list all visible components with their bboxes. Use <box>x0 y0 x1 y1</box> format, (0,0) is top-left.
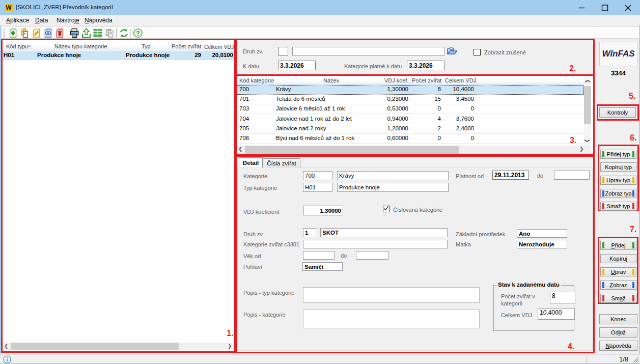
svg-text:?: ? <box>136 30 140 37</box>
